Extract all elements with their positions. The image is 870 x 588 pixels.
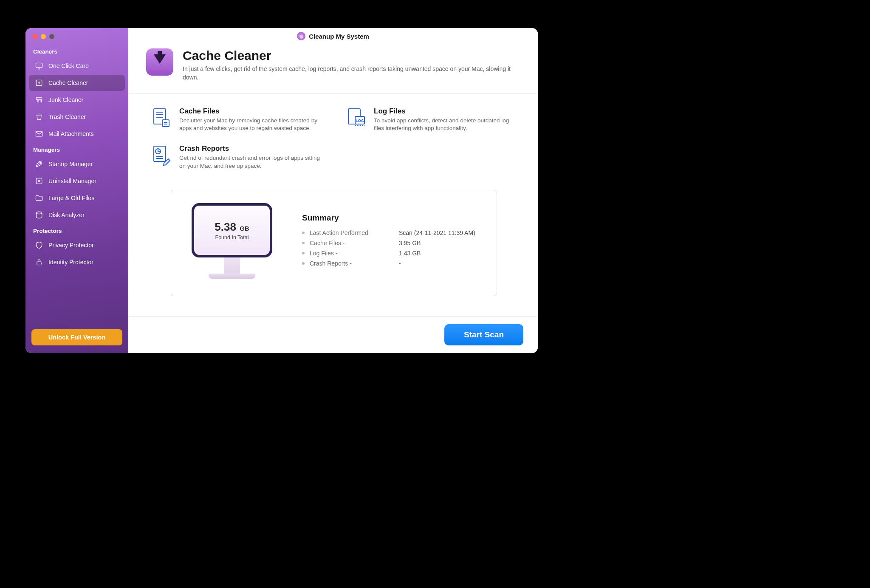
rocket-icon [35,160,43,168]
svg-point-12 [36,212,42,214]
zoom-window-icon[interactable] [49,34,54,39]
shield-icon [35,241,43,249]
disk-icon [35,211,43,219]
sidebar-item-label: Cache Cleaner [48,79,88,86]
feature-cache-files: Cache Files Declutter your Mac by removi… [151,107,320,133]
lock-icon [35,258,43,266]
document-list-icon [151,107,172,129]
page-title: Cache Cleaner [183,48,514,63]
feature-title: Crash Reports [179,144,320,153]
folder-icon [35,194,43,202]
sidebar-item-privacy-protector[interactable]: Privacy Protector [29,237,125,253]
svg-rect-0 [36,63,42,68]
app-title: Cleanup My System [309,33,369,40]
page-header: Cache Cleaner In just a few clicks, get … [128,44,538,93]
svg-rect-4 [36,97,42,99]
sidebar-item-identity-protector[interactable]: Identity Protector [29,254,125,270]
monitor-icon [35,62,43,70]
summary-row: Crash Reports -- [302,258,480,269]
main-panel: ◎ Cleanup My System Cache Cleaner In jus… [128,28,538,353]
sidebar-item-uninstall-manager[interactable]: Uninstall Manager [29,173,125,189]
svg-rect-9 [36,131,42,136]
summary-panel: 5.38 GB Found In Total Summary Last Acti… [171,190,497,296]
start-scan-button[interactable]: Start Scan [444,324,523,345]
sidebar-item-cache-cleaner[interactable]: Cache Cleaner [29,75,125,91]
svg-point-10 [40,162,41,164]
sidebar-item-label: One Click Care [48,62,89,69]
feature-desc: To avoid app conflicts, detect and delet… [374,117,515,133]
sidebar-item-label: Disk Analyzer [48,212,85,218]
app-window: Cleaners One Click Care Cache Cleaner Ju… [25,28,538,353]
mail-icon [35,130,43,138]
svg-rect-25 [154,146,166,161]
sidebar-section-protectors: Protectors [25,223,128,237]
sidebar-section-managers: Managers [25,142,128,155]
sidebar-item-startup-manager[interactable]: Startup Manager [29,156,125,172]
sidebar-item-mail-attachments[interactable]: Mail Attachments [29,126,125,142]
sidebar: Cleaners One Click Care Cache Cleaner Ju… [25,28,128,353]
minimize-window-icon[interactable] [41,34,46,39]
feature-grid: Cache Files Declutter your Mac by removi… [151,107,515,171]
total-found-value: 5.38 GB [215,220,249,234]
download-box-icon [35,79,43,87]
feature-title: Log Files [374,107,515,116]
report-pencil-icon [151,144,172,167]
summary-row: Last Action Performed -Scan (24-11-2021 … [302,228,480,238]
sidebar-item-label: Startup Manager [48,161,93,167]
sidebar-item-trash-cleaner[interactable]: Trash Cleaner [29,109,125,125]
sidebar-item-disk-analyzer[interactable]: Disk Analyzer [29,207,125,223]
summary-row: Log Files -1.43 GB [302,248,480,258]
trash-icon [35,113,43,121]
svg-text:LOG: LOG [356,119,364,123]
footer-bar: Start Scan [128,316,538,353]
uninstall-icon [35,177,43,185]
svg-rect-18 [162,120,169,127]
close-window-icon[interactable] [32,34,37,39]
feature-log-files: LOG Log Files To avoid app conflicts, de… [346,107,515,133]
monitor-illustration: 5.38 GB Found In Total [192,203,272,279]
sidebar-item-label: Uninstall Manager [48,178,96,184]
sidebar-item-label: Large & Old Files [48,195,94,201]
feature-crash-reports: Crash Reports Get rid of redundant crash… [151,144,320,170]
total-found-label: Found In Total [215,235,249,240]
content-area: Cache Files Declutter your Mac by removi… [128,93,538,316]
feature-desc: Declutter your Mac by removing cache fil… [179,117,320,133]
log-file-icon: LOG [346,107,366,129]
summary-row: Cache Files -3.95 GB [302,238,480,248]
feature-desc: Get rid of redundant crash and error log… [179,154,320,170]
sidebar-item-label: Trash Cleaner [48,113,86,120]
feature-title: Cache Files [179,107,320,116]
sidebar-item-large-old-files[interactable]: Large & Old Files [29,190,125,206]
titlebar: ◎ Cleanup My System [128,28,538,44]
page-description: In just a few clicks, get rid of the sys… [183,65,514,82]
cache-cleaner-hero-icon [146,48,173,76]
app-logo-icon: ◎ [297,32,305,40]
unlock-full-version-button[interactable]: Unlock Full Version [31,329,122,345]
sidebar-item-label: Junk Cleaner [48,96,84,103]
sidebar-section-cleaners: Cleaners [25,44,128,57]
sidebar-item-junk-cleaner[interactable]: Junk Cleaner [29,92,125,108]
sidebar-item-label: Identity Protector [48,259,93,266]
window-controls [25,34,128,44]
sidebar-item-label: Mail Attachments [48,130,94,137]
shredder-icon [35,96,43,104]
sidebar-item-label: Privacy Protector [48,242,94,249]
svg-rect-13 [37,262,41,265]
sidebar-item-one-click-care[interactable]: One Click Care [29,58,125,74]
summary-title: Summary [302,213,480,223]
